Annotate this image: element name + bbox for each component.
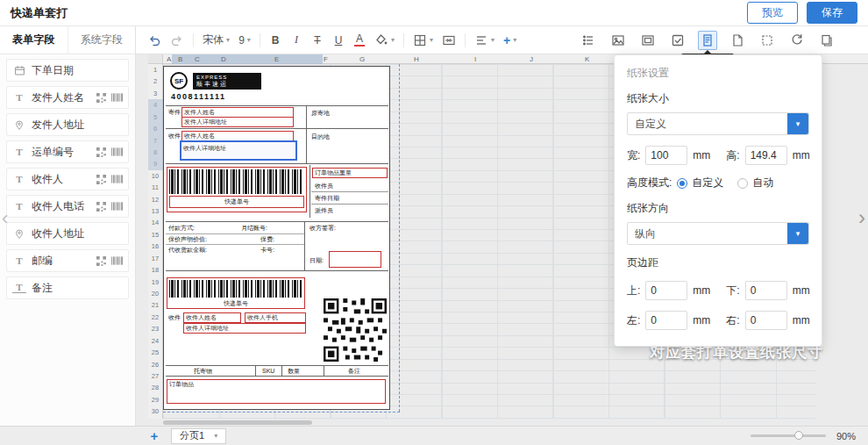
row-header[interactable]: 3 — [148, 88, 162, 99]
barcode-icon[interactable] — [111, 93, 123, 102]
height-input[interactable] — [745, 146, 787, 165]
column-header[interactable]: G — [359, 54, 365, 64]
row-header[interactable]: 2 — [148, 75, 162, 87]
font-size-select[interactable]: 9 ▾ — [236, 31, 253, 50]
print-area-button[interactable] — [758, 31, 777, 50]
waybill-label[interactable]: SF EXPRESS 顺丰速运 4008111111 寄件 发件人姓名 发件人详… — [163, 66, 390, 410]
field-box-recipient-address[interactable]: 收件人详细地址 — [183, 323, 306, 334]
field-item-waybill-number[interactable]: T 运单编号 — [6, 140, 129, 163]
qrcode-element[interactable] — [324, 298, 387, 362]
field-item-sender-address[interactable]: 发件人地址 — [6, 113, 129, 136]
font-family-select[interactable]: 宋体 ▾ — [200, 31, 232, 50]
field-item-order-date[interactable]: 下单日期 — [6, 59, 129, 82]
preview-button[interactable]: 预览 — [747, 2, 798, 24]
width-input[interactable] — [645, 146, 687, 165]
selected-field-box-recipient-address[interactable]: 收件人详细地址 — [180, 140, 297, 161]
margin-right-input[interactable] — [745, 311, 787, 330]
column-header[interactable]: F — [324, 54, 328, 64]
field-item-recipient-address[interactable]: 收件人地址 — [6, 222, 129, 245]
column-header[interactable]: K — [585, 54, 589, 64]
barcode-icon[interactable] — [111, 147, 123, 156]
row-header[interactable]: 28 — [148, 382, 162, 393]
select-dropdown-button[interactable]: ▾ — [787, 113, 808, 134]
row-header[interactable]: 12 — [148, 194, 162, 205]
row-header[interactable]: 15 — [148, 229, 162, 240]
row-header[interactable]: 18 — [148, 264, 162, 276]
save-button[interactable]: 保存 — [807, 2, 857, 24]
barcode-element[interactable]: 快递单号 — [167, 167, 307, 212]
paper-size-select[interactable]: 自定义 ▾ — [627, 112, 809, 135]
row-header[interactable]: 19 — [148, 276, 162, 288]
collapse-sidebar-chevron[interactable]: ‹ — [2, 209, 8, 228]
font-color-button[interactable]: A — [351, 31, 368, 50]
row-header[interactable]: 29 — [148, 394, 162, 406]
margin-left-input[interactable] — [645, 311, 687, 330]
row-header[interactable]: 17 — [148, 253, 162, 264]
add-page-button[interactable]: + — [146, 427, 162, 445]
row-header[interactable]: 11 — [148, 182, 162, 193]
column-header[interactable]: H — [414, 54, 419, 64]
undo-button[interactable] — [145, 31, 164, 50]
qrcode-icon[interactable] — [96, 202, 106, 212]
field-box-sender-address[interactable]: 发件人详细地址 — [181, 117, 294, 127]
select-dropdown-button[interactable]: ▾ — [787, 223, 808, 244]
redo-button[interactable] — [167, 31, 187, 50]
italic-button[interactable]: I — [288, 31, 305, 50]
radio-height-auto[interactable]: 自动 — [737, 176, 773, 190]
align-button[interactable]: ▾ — [472, 31, 497, 50]
qrcode-icon[interactable] — [96, 147, 106, 157]
row-header[interactable]: 24 — [148, 335, 162, 347]
field-box-weight[interactable]: 订单物品重量 — [312, 168, 388, 178]
expand-panel-chevron[interactable]: › — [858, 207, 865, 228]
qrcode-icon[interactable] — [96, 175, 106, 184]
orientation-select[interactable]: 纵向 ▾ — [627, 222, 809, 245]
paper-settings-button[interactable]: 纸张设置 — [698, 31, 717, 50]
row-header[interactable]: 21 — [148, 299, 162, 311]
insert-image-button[interactable] — [608, 31, 628, 50]
row-header[interactable]: 1 — [148, 64, 162, 75]
row-header[interactable]: 30 — [148, 406, 162, 417]
field-box-order-items[interactable]: 订单物品 — [167, 379, 386, 404]
page-tab[interactable]: 分页1 ▾ — [171, 428, 226, 444]
field-list-button[interactable] — [579, 31, 598, 50]
column-header[interactable]: A — [167, 54, 171, 64]
bold-button[interactable]: B — [267, 31, 284, 50]
background-image-button[interactable] — [638, 31, 658, 50]
barcode-icon[interactable] — [111, 256, 123, 265]
refresh-button[interactable] — [787, 31, 807, 50]
column-header[interactable]: D — [221, 54, 226, 64]
field-item-postcode[interactable]: T 邮编 — [6, 249, 129, 272]
field-box-recipient-mobile[interactable]: 收件人手机 — [245, 312, 306, 323]
row-header[interactable]: 13 — [148, 205, 162, 217]
zoom-slider-handle[interactable] — [794, 431, 803, 440]
margin-bottom-input[interactable] — [745, 281, 787, 300]
insert-button[interactable]: + ▾ — [501, 31, 519, 50]
field-item-recipient-phone[interactable]: T 收件人电话 — [6, 195, 129, 218]
merge-cells-button[interactable] — [439, 31, 459, 50]
row-header[interactable]: 25 — [148, 347, 162, 358]
column-header[interactable]: C — [195, 54, 200, 64]
tab-form-fields[interactable]: 表单字段 — [0, 26, 68, 54]
fill-color-button[interactable]: ▾ — [372, 31, 397, 50]
field-item-sender-name[interactable]: T 发件人姓名 — [6, 86, 129, 109]
page-setup-button[interactable] — [728, 31, 747, 50]
underline-button[interactable]: U — [330, 31, 347, 50]
column-header[interactable]: E — [274, 54, 279, 64]
qrcode-icon[interactable] — [96, 256, 106, 266]
field-box-date[interactable] — [329, 251, 381, 268]
horizontal-scrollbar[interactable] — [163, 420, 312, 425]
barcode-icon[interactable] — [111, 175, 123, 183]
field-item-recipient[interactable]: T 收件人 — [6, 168, 129, 190]
row-header[interactable]: 22 — [148, 312, 162, 323]
checkbox-button[interactable] — [668, 31, 687, 50]
field-box-recipient-name[interactable]: 收件人姓名 — [183, 312, 241, 323]
barcode-icon[interactable] — [111, 202, 123, 211]
row-header[interactable]: 27 — [148, 370, 162, 382]
row-header[interactable]: 16 — [148, 240, 162, 252]
row-header[interactable]: 20 — [148, 288, 162, 299]
radio-height-custom[interactable]: 自定义 — [677, 176, 723, 190]
column-header[interactable]: I — [474, 54, 476, 64]
row-header[interactable]: 10 — [148, 170, 162, 182]
column-header[interactable]: J — [530, 54, 533, 64]
copy-button[interactable] — [817, 31, 836, 50]
